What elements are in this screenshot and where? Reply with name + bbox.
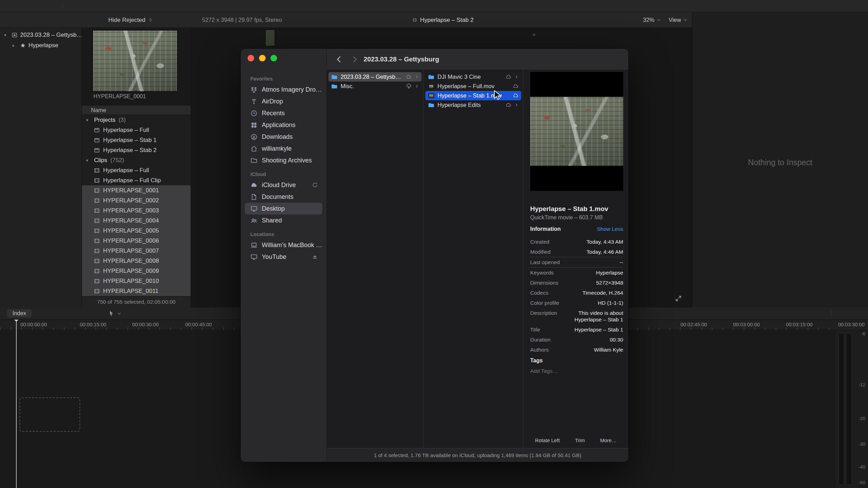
audio-meters[interactable]: -6-12-20-30-40-50 [835, 330, 868, 488]
import-media-icon[interactable] [62, 2, 80, 9]
sidebar-item[interactable]: Atmos Imagery Dropbox [245, 84, 322, 95]
file-row[interactable]: Hyperlapse Edits [425, 100, 521, 110]
clip-appearance-icon[interactable] [153, 17, 160, 24]
column-1[interactable]: 2023.03.28 – Gettysburg Misc. [327, 70, 424, 448]
clip-row[interactable]: HYPERLAPSE_0007 [82, 246, 191, 256]
clip-row[interactable]: HYPERLAPSE_0004 [82, 216, 191, 226]
browser-settings-icon[interactable] [167, 17, 174, 24]
event-item[interactable]: ▸ Hyperlapse [0, 40, 82, 51]
clip-row[interactable]: HYPERLAPSE_0003 [82, 205, 191, 216]
close-button[interactable] [248, 55, 254, 61]
file-row[interactable]: Hyperlapse – Stab 1.mov [425, 91, 521, 100]
sidebar-item[interactable]: Desktop [245, 203, 322, 214]
sidebar-trailing-icon[interactable] [312, 254, 318, 260]
search-icon[interactable] [181, 17, 187, 24]
minimize-button[interactable] [259, 55, 266, 61]
sidebar-trailing-icon[interactable] [312, 182, 318, 188]
clip-row[interactable]: HYPERLAPSE_0010 [82, 276, 191, 286]
clip-thumbnail[interactable] [93, 31, 177, 91]
sidebar-item[interactable]: williamkyle [245, 143, 322, 154]
effects-browser-icon[interactable] [856, 310, 863, 317]
clip-row[interactable]: Hyperlapse – Full Clip [82, 175, 191, 185]
search-button[interactable] [604, 56, 620, 63]
column-header-name[interactable]: Name [82, 105, 191, 115]
sidebar-item[interactable]: Shooting Archives [245, 154, 322, 166]
forward-button[interactable] [350, 55, 359, 64]
snapping-toggle-icon[interactable] [814, 310, 821, 317]
viewer-zoom-dropdown[interactable]: 32% [643, 12, 661, 28]
column-2[interactable]: DJI Mavic 3 Cine Hyperlapse – Full.mov [424, 70, 523, 448]
sidebar-item[interactable]: AirDrop [245, 95, 322, 107]
sidebar-item[interactable]: Shared [245, 214, 322, 226]
clip-row[interactable]: ▾ Clips (752) [82, 155, 191, 165]
sidebar-item[interactable]: William’s MacBook Pro [245, 239, 322, 251]
clip-row[interactable]: Hyperlapse – Full [82, 165, 191, 175]
background-tasks-icon[interactable] [89, 2, 96, 9]
clip-row[interactable]: Hyperlapse – Full [82, 125, 191, 135]
media-sidebar-icon[interactable] [7, 2, 14, 9]
dropbox-button[interactable] [580, 56, 596, 63]
rotate-left-button[interactable]: Rotate Left [535, 427, 560, 443]
share-destination-icon[interactable] [853, 2, 860, 9]
file-row[interactable]: Hyperlapse – Full.mov [425, 82, 521, 91]
disclosure-triangle-icon[interactable]: ▾ [86, 158, 91, 163]
append-edit-icon[interactable] [71, 310, 78, 317]
filter-dropdown[interactable]: Hide Rejected [108, 12, 153, 28]
clip-row[interactable]: HYPERLAPSE_0002 [82, 195, 191, 205]
timeline-clip-placeholder[interactable] [19, 397, 80, 432]
library-item[interactable]: ▾ 2023.03.28 – Gettysb… [0, 30, 82, 40]
toggle-timeline-icon[interactable] [807, 2, 814, 9]
viewer-view-dropdown[interactable]: View [669, 12, 687, 28]
toggle-inspector-icon[interactable] [824, 2, 831, 9]
clip-row[interactable]: HYPERLAPSE_0011 [82, 286, 191, 296]
clip-row[interactable]: Hyperlapse – Stab 2 [82, 145, 191, 155]
connect-edit-icon[interactable] [42, 310, 49, 317]
solo-toggle-icon[interactable] [799, 310, 806, 317]
index-button[interactable]: Index [7, 309, 32, 318]
file-row[interactable]: Misc. [328, 82, 422, 91]
skimming-toggle-icon[interactable] [768, 310, 775, 317]
disclosure-triangle-icon[interactable]: ▾ [4, 33, 9, 37]
clip-row[interactable]: HYPERLAPSE_0009 [82, 266, 191, 276]
disclosure-triangle-icon[interactable]: ▸ [12, 43, 17, 48]
playhead[interactable] [16, 320, 17, 488]
timeline-appearance-icon[interactable] [841, 310, 848, 317]
back-button[interactable] [335, 55, 343, 64]
clip-row[interactable]: ▾ Projects (3) [82, 115, 191, 125]
insert-edit-icon[interactable] [57, 310, 64, 317]
fullscreen-icon[interactable] [675, 295, 682, 302]
sidebar-item[interactable]: Recents [245, 107, 322, 119]
add-tags-field[interactable]: Add Tags… [530, 368, 558, 374]
preview-media-box[interactable] [530, 72, 623, 191]
photos-audio-sidebar-icon[interactable] [24, 2, 31, 9]
clip-filmstrip-preview[interactable]: HYPERLAPSE_0001 [82, 28, 191, 105]
clip-row[interactable]: HYPERLAPSE_0005 [82, 226, 191, 236]
titles-generators-icon[interactable] [40, 2, 47, 9]
disclosure-triangle-icon[interactable]: ▾ [86, 118, 91, 123]
tool-selector-dropdown[interactable] [108, 310, 122, 317]
more-button[interactable]: More… [600, 427, 617, 443]
sidebar-item[interactable]: YouTube [245, 251, 322, 263]
file-row[interactable]: DJI Mavic 3 Cine [425, 72, 521, 82]
sidebar-item[interactable]: Documents [245, 191, 322, 203]
view-options-button[interactable] [458, 56, 474, 63]
trim-button[interactable]: Trim [575, 427, 585, 443]
meter-db-label: -12 [859, 382, 865, 387]
zoom-button[interactable] [270, 55, 277, 61]
sidebar-item[interactable]: Downloads [245, 131, 322, 143]
overwrite-edit-icon[interactable] [86, 310, 93, 317]
group-button[interactable] [483, 56, 499, 63]
clip-row[interactable]: HYPERLAPSE_0006 [82, 236, 191, 246]
file-row[interactable]: 2023.03.28 – Gettysburg [328, 72, 422, 82]
clip-row[interactable]: HYPERLAPSE_0001 [82, 185, 191, 195]
share-button[interactable] [507, 56, 523, 63]
audio-skimming-toggle-icon[interactable] [784, 310, 791, 317]
tags-button[interactable] [531, 56, 547, 63]
sidebar-item[interactable]: iCloud Drive [245, 179, 322, 191]
clip-row[interactable]: Hyperlapse – Stab 1 [82, 135, 191, 145]
toggle-browser-icon[interactable] [790, 2, 796, 9]
clip-row[interactable]: HYPERLAPSE_0008 [82, 256, 191, 266]
show-less-link[interactable]: Show Less [597, 226, 623, 232]
actions-button[interactable] [556, 56, 571, 63]
sidebar-item[interactable]: Applications [245, 119, 322, 131]
